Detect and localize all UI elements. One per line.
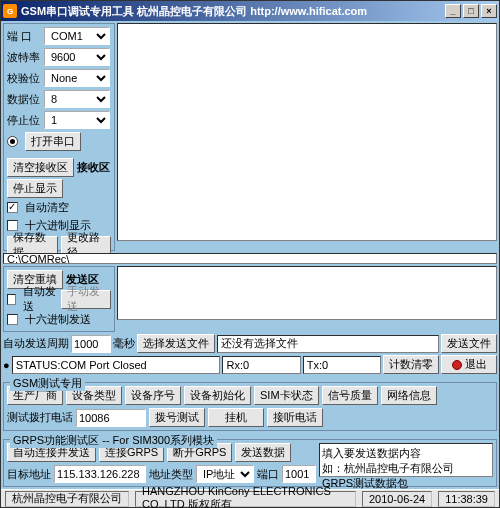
send-textarea[interactable] xyxy=(117,266,497,320)
statusbar: 杭州晶控电子有限公司 HANGZHOU KinCony ELECTRONICS … xyxy=(1,489,499,507)
save-path-field: C:\COMRec\ xyxy=(3,253,497,264)
stopbits-select[interactable]: 1 xyxy=(44,111,110,129)
device-serial-button[interactable]: 设备序号 xyxy=(125,386,181,405)
auto-period-input[interactable] xyxy=(71,335,111,353)
close-button[interactable]: × xyxy=(481,4,497,18)
send-file-button[interactable]: 发送文件 xyxy=(441,334,497,353)
auto-clear-checkbox[interactable] xyxy=(7,202,18,213)
device-init-button[interactable]: 设备初始化 xyxy=(184,386,251,405)
rx-count-field: Rx:0 xyxy=(222,356,300,374)
target-ip-input[interactable] xyxy=(54,465,146,483)
exit-icon xyxy=(452,360,462,370)
stopbits-label: 停止位 xyxy=(7,113,41,128)
open-port-button[interactable]: 打开串口 xyxy=(25,132,81,151)
footer-time: 11:38:39 xyxy=(438,491,495,507)
receive-textarea[interactable] xyxy=(117,23,497,241)
maximize-button[interactable]: □ xyxy=(463,4,479,18)
clear-rx-button[interactable]: 清空接收区 xyxy=(7,158,74,177)
gsm-group-legend: GSM测试专用 xyxy=(10,376,85,391)
port-closed-indicator xyxy=(7,136,18,147)
manual-tx-button[interactable]: 手动发送 xyxy=(61,290,111,309)
ms-label: 毫秒 xyxy=(113,336,135,351)
hex-display-checkbox[interactable] xyxy=(7,220,18,231)
auto-period-label: 自动发送周期 xyxy=(3,336,69,351)
grps-data-textarea[interactable]: 填入要发送数据内容 如：杭州晶控电子有限公司 GRPS测试数据包 xyxy=(319,443,493,477)
status-field: STATUS:COM Port Closed xyxy=(12,356,221,374)
port-status-indicator: ● xyxy=(3,359,10,371)
grps-group-legend: GRPS功能测试区 -- For SIM300系列模块 xyxy=(10,433,217,448)
addr-type-label: 地址类型 xyxy=(149,467,193,482)
footer-eng: HANGZHOU KinCony ELECTRONICS CO.,LTD 版权所… xyxy=(135,491,356,507)
send-settings-panel: 清空重填发送区 自动发送手动发送 十六进制发送 xyxy=(3,266,115,332)
network-info-button[interactable]: 网络信息 xyxy=(381,386,437,405)
exit-button[interactable]: 退出 xyxy=(441,355,497,374)
databits-select[interactable]: 8 xyxy=(44,90,110,108)
send-data-button[interactable]: 发送数据 xyxy=(235,443,291,462)
change-path-button[interactable]: 更改路径 xyxy=(61,236,112,255)
auto-tx-checkbox[interactable] xyxy=(7,294,16,305)
port-select[interactable]: COM1 xyxy=(44,27,110,45)
baud-label: 波特率 xyxy=(7,50,41,65)
answer-button[interactable]: 接听电话 xyxy=(267,408,323,427)
parity-select[interactable]: None xyxy=(44,69,110,87)
window-title: GSM串口调试专用工具 杭州晶控电子有限公司 http://www.hifica… xyxy=(21,4,445,19)
addr-type-select[interactable]: IP地址-0 xyxy=(196,465,254,483)
gsm-test-group: GSM测试专用 生产厂商 设备类型 设备序号 设备初始化 SIM卡状态 信号质量… xyxy=(3,382,497,431)
target-addr-label: 目标地址 xyxy=(7,467,51,482)
tx-count-field: Tx:0 xyxy=(303,356,381,374)
auto-clear-label: 自动清空 xyxy=(25,200,69,215)
minimize-button[interactable]: _ xyxy=(445,4,461,18)
app-icon: G xyxy=(3,4,17,18)
footer-date: 2010-06-24 xyxy=(362,491,432,507)
save-data-button[interactable]: 保存数据 xyxy=(7,236,58,255)
rx-area-label: 接收区 xyxy=(77,160,110,175)
count-clear-button[interactable]: 计数清零 xyxy=(383,355,439,374)
sim-status-button[interactable]: SIM卡状态 xyxy=(254,386,319,405)
port-settings-panel: 端 口COM1 波特率9600 校验位None 数据位8 停止位1 打开串口 清… xyxy=(3,23,115,251)
parity-label: 校验位 xyxy=(7,71,41,86)
port-num-label: 端口 xyxy=(257,467,279,482)
dial-test-button[interactable]: 拨号测试 xyxy=(149,408,205,427)
port-num-input[interactable] xyxy=(282,465,316,483)
port-label: 端 口 xyxy=(7,29,41,44)
hex-tx-checkbox[interactable] xyxy=(7,314,18,325)
dial-label: 测试拨打电话 xyxy=(7,410,73,425)
select-file-button[interactable]: 选择发送文件 xyxy=(137,334,215,353)
titlebar: G GSM串口调试专用工具 杭州晶控电子有限公司 http://www.hifi… xyxy=(1,1,499,21)
hex-tx-label: 十六进制发送 xyxy=(25,312,91,327)
databits-label: 数据位 xyxy=(7,92,41,107)
stop-display-button[interactable]: 停止显示 xyxy=(7,179,63,198)
dial-number-input[interactable] xyxy=(76,409,146,427)
signal-quality-button[interactable]: 信号质量 xyxy=(322,386,378,405)
footer-company: 杭州晶控电子有限公司 xyxy=(5,491,129,507)
selected-file-field: 还没有选择文件 xyxy=(217,335,439,353)
hangup-button[interactable]: 挂机 xyxy=(208,408,264,427)
baud-select[interactable]: 9600 xyxy=(44,48,110,66)
grps-test-group: GRPS功能测试区 -- For SIM300系列模块 自动连接并发送 连接GR… xyxy=(3,439,497,487)
